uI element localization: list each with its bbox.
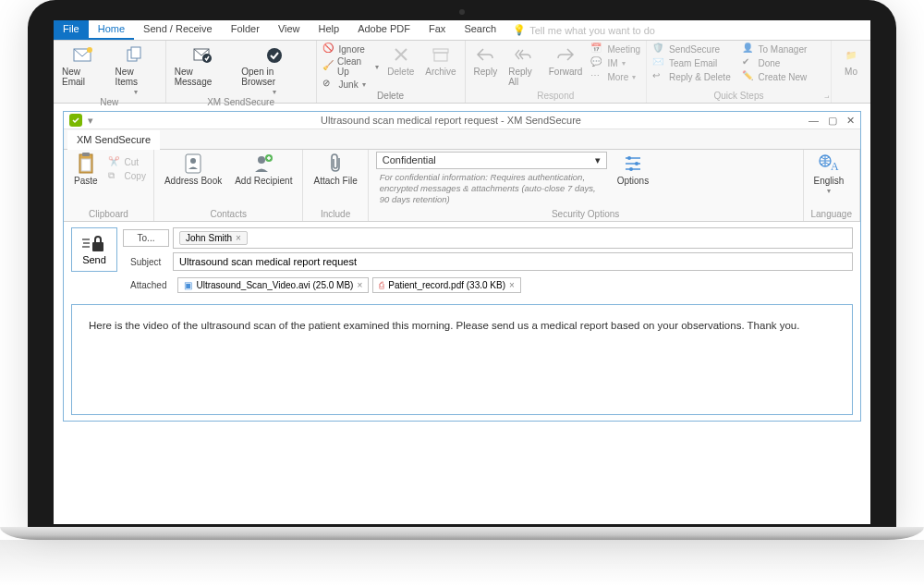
attachment-name: Patient_record.pdf (33.0 KB) (388, 280, 505, 290)
svg-point-14 (190, 158, 196, 164)
to-field[interactable]: John Smith × (173, 227, 853, 249)
label: Reply All (508, 67, 538, 87)
quick-step-sendsecure[interactable]: 🛡️SendSecure (652, 43, 736, 55)
address-book-icon (182, 153, 204, 175)
tab-search[interactable]: Search (455, 20, 505, 40)
security-profile-dropdown[interactable]: Confidential▾ (376, 152, 607, 169)
clean-up-button[interactable]: 🧹Clean Up (322, 56, 380, 77)
tab-fax[interactable]: Fax (419, 20, 455, 40)
archive-button[interactable]: Archive (422, 43, 458, 78)
quick-step-done[interactable]: ✔︎Done (742, 56, 826, 69)
forward-icon (554, 43, 577, 66)
svg-point-6 (267, 48, 282, 63)
copy-button[interactable]: ⧉Copy (108, 170, 146, 183)
to-button[interactable]: To... (123, 229, 169, 247)
tell-me-search[interactable]: 💡 Tell me what you want to do (505, 20, 663, 40)
main-tab-bar: File Home Send / Receive Folder View Hel… (54, 20, 870, 41)
tab-home[interactable]: Home (89, 20, 134, 40)
subject-field[interactable]: Ultrasound scan medical report request (173, 252, 853, 271)
tab-send-receive[interactable]: Send / Receive (134, 20, 222, 40)
reply-all-button[interactable]: Reply All (505, 43, 541, 88)
svg-point-19 (629, 167, 633, 171)
remove-attachment-icon[interactable]: × (357, 280, 362, 290)
tab-view[interactable]: View (269, 20, 310, 40)
group-label: Contacts (162, 209, 296, 219)
add-recipient-button[interactable]: Add Recipient (232, 152, 295, 187)
attached-label: Attached (123, 277, 174, 293)
tab-file[interactable]: File (54, 20, 89, 40)
im-button[interactable]: 💬IM (590, 56, 640, 69)
group-label: XM SendSecure (172, 97, 310, 107)
group-label: Clipboard (71, 209, 146, 219)
send-button[interactable]: Send (71, 227, 117, 272)
compose-group-include: Attach File Include (303, 150, 368, 221)
attachment-chip[interactable]: ▣ Ultrasound_Scan_Video.avi (25.0 MB) × (177, 277, 369, 293)
open-in-browser-button[interactable]: Open in Browser (238, 43, 310, 97)
broom-icon: 🧹 (322, 60, 334, 73)
security-profile-description: For confidential information: Requires a… (376, 170, 607, 207)
label: Reply & Delete (669, 72, 731, 82)
sliders-icon (622, 153, 644, 175)
new-message-button[interactable]: New Message (172, 43, 234, 88)
recipient-chip[interactable]: John Smith × (179, 231, 248, 245)
delete-button[interactable]: Delete (384, 43, 417, 78)
quick-step-to-manager[interactable]: 👤To Manager (742, 43, 826, 55)
compose-tab-xm-sendsecure[interactable]: XM SendSecure (67, 130, 160, 150)
check-icon: ✔︎ (742, 56, 755, 69)
folder-icon: 📁 (840, 43, 862, 66)
options-button[interactable]: Options (614, 152, 651, 187)
quick-step-team-email[interactable]: ✉️Team Email (652, 56, 736, 69)
attach-file-button[interactable]: Attach File (310, 152, 359, 187)
svg-rect-11 (82, 153, 90, 156)
laptop-camera (459, 9, 465, 15)
label: To Manager (759, 44, 808, 55)
compose-tab-row: XM SendSecure (64, 129, 860, 150)
forward-button[interactable]: Forward (546, 43, 586, 78)
language-button[interactable]: A English (811, 152, 847, 196)
tab-help[interactable]: Help (310, 20, 349, 40)
ribbon-group-move-truncated: 📁Mo (832, 41, 870, 103)
body-text: Here is the video of the ultrasound scan… (89, 320, 799, 331)
laptop-base (0, 527, 924, 540)
label: Create New (759, 72, 808, 82)
label: IM (607, 58, 617, 68)
new-email-button[interactable]: New Email (59, 43, 107, 88)
group-label: Language (811, 209, 853, 219)
label: Forward (549, 67, 583, 77)
paste-button[interactable]: Paste (71, 152, 101, 187)
label: Ignore (339, 44, 365, 55)
attachments-row: Attached ▣ Ultrasound_Scan_Video.avi (25… (64, 277, 860, 299)
quick-step-reply-delete[interactable]: ↩︎Reply & Delete (652, 70, 736, 83)
group-label: Include (310, 209, 359, 219)
remove-recipient-icon[interactable]: × (236, 233, 241, 243)
create-icon: ✏️ (742, 70, 755, 83)
tab-folder[interactable]: Folder (222, 20, 269, 40)
reply-button[interactable]: Reply (471, 43, 501, 78)
label: Paste (74, 176, 98, 186)
move-button[interactable]: 📁Mo (837, 43, 865, 78)
address-book-button[interactable]: Address Book (162, 152, 225, 187)
message-body[interactable]: Here is the video of the ultrasound scan… (71, 304, 853, 415)
maximize-button[interactable]: ▢ (828, 115, 837, 127)
group-label: Respond (471, 91, 640, 101)
manager-icon: 👤 (742, 43, 755, 55)
subject-label: Subject (123, 254, 169, 270)
more-icon: ⋯ (590, 70, 603, 83)
remove-attachment-icon[interactable]: × (509, 280, 515, 290)
group-label: Delete (322, 91, 459, 101)
attachment-chip[interactable]: ⎙ Patient_record.pdf (33.0 KB) × (372, 277, 521, 293)
more-button[interactable]: ⋯More (590, 70, 640, 83)
clipboard-icon (75, 153, 97, 175)
minimize-button[interactable]: — (808, 115, 819, 127)
cut-button[interactable]: ✂️Cut (108, 156, 146, 169)
meeting-button[interactable]: 📅Meeting (590, 43, 640, 55)
junk-button[interactable]: ⊘Junk (322, 78, 380, 91)
new-items-button[interactable]: New Items (113, 43, 160, 97)
label: Reply (474, 67, 498, 77)
ignore-button[interactable]: 🚫Ignore (322, 43, 380, 55)
quick-step-create-new[interactable]: ✏️Create New (742, 70, 826, 83)
globe-letter-icon: A (818, 153, 840, 175)
label: Team Email (669, 58, 717, 68)
close-button[interactable]: ✕ (846, 115, 855, 127)
tab-adobe-pdf[interactable]: Adobe PDF (348, 20, 419, 40)
